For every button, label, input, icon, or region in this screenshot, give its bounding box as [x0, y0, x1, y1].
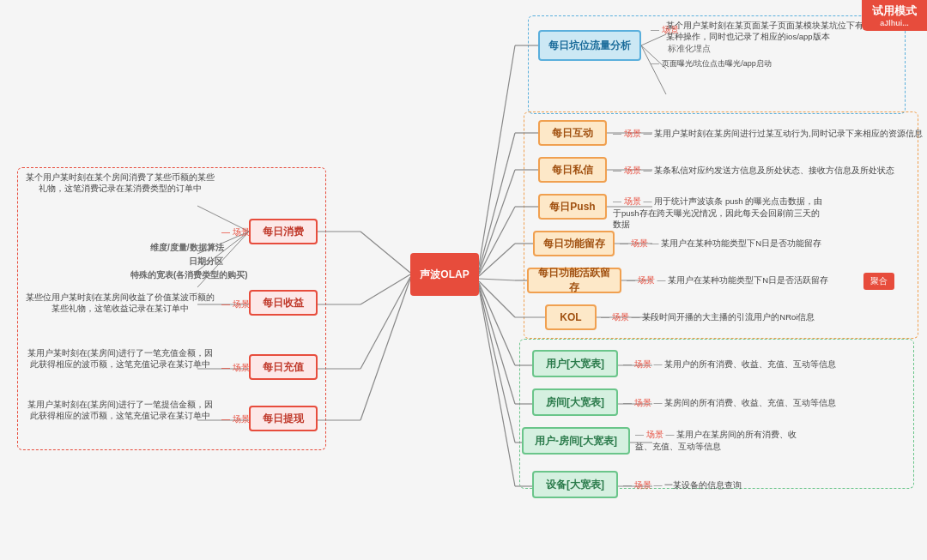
node-room-wide: 房间[大宽表] [532, 388, 618, 416]
tag-withdraw-scene: — 场景 [221, 413, 250, 425]
tag-device-scene: — 场景 — 一某设备的信息查询 [623, 479, 742, 491]
node-daily-consume: 每日消费 [249, 219, 318, 244]
node-user-wide: 用户[大宽表] [532, 350, 618, 377]
tag-flow-standardize: 标准化埋点 [668, 43, 711, 55]
node-daily-withdraw: 每日提现 [249, 406, 318, 431]
svg-line-10 [479, 279, 515, 280]
node-daily-interact: 每日互动 [538, 120, 607, 146]
desc-flow: 某个用户某时刻在某页面某子页面某模块某坑位下有过某种操作，同时也记录了相应的io… [666, 20, 872, 43]
node-daily-func-stay: 每日功能留存 [533, 231, 615, 256]
tag-room-scene: — 场景 — 某房间的所有消费、收益、充值、互动等信息 [623, 397, 836, 409]
svg-line-24 [360, 274, 410, 304]
tag-recharge-scene: — 场景 [221, 362, 250, 374]
consume-sub2: 日期分区 [189, 256, 223, 268]
svg-line-22 [360, 232, 410, 273]
desc-interact: 某用户某时刻在某房间进行过某互动行为,同时记录下来相应的资源信息 [654, 129, 923, 138]
desc-income: 某些位用户某时刻在某房间收益了价值某波币额的某些礼物，这笔收益记录在某订单中 [26, 292, 215, 315]
svg-line-0 [479, 45, 515, 266]
tag-flow-page: — 页面曝光/坑位点击曝光/app启动 [651, 58, 772, 69]
tag-active-stay-scene: — 场景 — 某用户在某种功能类型下N日是否活跃留存 [627, 274, 828, 286]
svg-line-6 [479, 207, 515, 274]
trial-badge: 试用模式 aJlhui... [862, 0, 927, 31]
svg-line-14 [479, 283, 515, 365]
consume-sub1: 维度/度量/数据算法 [150, 242, 224, 254]
tag-push-scene: — 场景 — 用于统计声波该条 push 的曝光点击数据，由于push存在跨天曝… [613, 196, 827, 231]
svg-line-12 [479, 281, 515, 317]
tag-kol-scene: — 场景 — 某段时间开播的大主播的引流用户的NRoi信息 [601, 311, 815, 323]
svg-line-16 [479, 285, 515, 404]
svg-line-8 [479, 244, 515, 276]
node-daily-private: 每日私信 [538, 157, 607, 183]
svg-line-4 [479, 170, 515, 273]
consume-sub3: 特殊的宽表(各消费类型的购买) [130, 269, 248, 281]
node-daily-active-stay: 每日功能活跃留存 [527, 268, 621, 293]
node-daily-income: 每日收益 [249, 290, 318, 316]
node-kol: KOL [545, 304, 597, 330]
aggregate-button[interactable]: 聚合 [863, 273, 894, 290]
tag-interact-scene: — 场景 — 某用户某时刻在某房间进行过某互动行为,同时记录下来相应的资源信息 [613, 128, 923, 140]
svg-line-18 [479, 286, 515, 443]
svg-line-2 [479, 133, 515, 270]
node-user-room-wide: 用户-房间[大宽表] [522, 427, 630, 455]
desc-recharge: 某用户某时刻在(某房间)进行了一笔充值金额，因此获得相应的波币额，这笔充值记录在… [26, 347, 215, 370]
center-node: 声波OLAP [410, 253, 479, 296]
tag-private-scene: — 场景 — 某条私信对应约发送方信息及所处状态、接收方信息及所处状态 [613, 165, 894, 177]
tag-user-scene: — 场景 — 某用户的所有消费、收益、充值、互动等信息 [623, 358, 836, 370]
node-daily-push: 每日Push [538, 194, 607, 220]
tag-consume-scene: — 场景 [221, 226, 250, 238]
tag-user-room-scene: — 场景 — 某用户在某房间的所有消费、收益、充值、互动等信息 [635, 429, 807, 452]
desc-consume: 某个用户某时刻在某个房间消费了某些币额的某些礼物，这笔消费记录在某消费类型的订单… [26, 172, 215, 195]
tag-income-scene: — 场景 [221, 298, 250, 310]
desc-withdraw: 某用户某时刻在(某房间)进行了一笔提信金额，因此获得相应的波币额，这笔充值记录在… [26, 399, 215, 422]
tag-func-stay-scene: — 场景 — 某用户在某种功能类型下N日是否功能留存 [620, 238, 821, 250]
node-daily-recharge: 每日充值 [249, 354, 318, 380]
svg-line-28 [360, 279, 410, 420]
node-device-wide: 设备[大宽表] [532, 471, 618, 498]
svg-line-20 [479, 288, 515, 486]
node-daily-flow: 每日坑位流量分析 [538, 30, 641, 61]
svg-line-26 [360, 277, 410, 369]
